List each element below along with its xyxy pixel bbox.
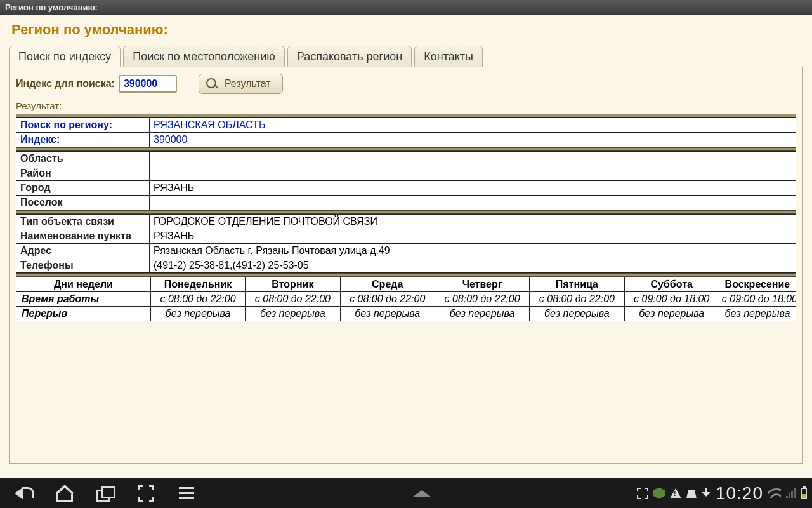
menu-icon xyxy=(179,487,194,499)
expand-icon xyxy=(138,485,154,502)
break-value: без перерыва xyxy=(340,307,435,321)
poselok-value xyxy=(150,196,796,210)
fullscreen-icon xyxy=(637,488,648,499)
work-hours-value: с 08:00 до 22:00 xyxy=(150,292,245,307)
expand-panel-button[interactable] xyxy=(413,488,431,499)
day-col: Четверг xyxy=(435,277,529,292)
day-col: Суббота xyxy=(624,277,719,292)
table-row: Дни недели Понедельник Вторник Среда Чет… xyxy=(16,277,796,292)
work-hours-value: с 08:00 до 22:00 xyxy=(340,292,435,307)
window-title: Регион по умолчанию: xyxy=(5,3,98,12)
nav-left xyxy=(0,478,207,509)
result-button-label: Результат xyxy=(225,78,271,90)
schedule-table: Дни недели Понедельник Вторник Среда Чет… xyxy=(16,277,796,321)
raion-value xyxy=(150,166,796,181)
table-row: Адрес Рязанская Область г. Рязань Почтов… xyxy=(16,244,796,258)
index-value: 390000 xyxy=(150,133,796,147)
break-value: без перерыва xyxy=(719,307,796,321)
search-label: Индекс для поиска: xyxy=(16,78,115,90)
clock: 10:20 xyxy=(716,483,763,504)
work-hours-value: с 09:00 до 18:00 xyxy=(624,292,719,307)
warning-icon xyxy=(670,488,681,498)
tab-body: Индекс для поиска: Результат Результат: … xyxy=(9,67,803,464)
tab-contacts[interactable]: Контакты xyxy=(414,46,483,67)
tabs: Поиск по индексу Поиск по местоположению… xyxy=(9,46,803,67)
work-hours-label: Время работы xyxy=(16,292,151,307)
battery-icon xyxy=(801,488,807,499)
region-label: Поиск по региону: xyxy=(16,118,150,133)
screenshot-button[interactable] xyxy=(126,478,166,509)
day-col: Воскресение xyxy=(719,277,796,292)
type-value: ГОРОДСКОЕ ОТДЕЛЕНИЕ ПОЧТОВОЙ СВЯЗИ xyxy=(150,215,796,229)
day-col: Пятница xyxy=(530,277,624,292)
raion-label: Район xyxy=(16,166,150,181)
table-row: Район xyxy=(16,166,796,181)
window-titlebar: Регион по умолчанию: xyxy=(0,0,812,15)
result-button[interactable]: Результат xyxy=(199,74,283,94)
download-icon xyxy=(702,488,710,498)
signal-icon xyxy=(786,488,796,498)
table-row: Перерыв без перерыва без перерыва без пе… xyxy=(16,307,796,321)
type-label: Тип объекта связи xyxy=(16,215,150,229)
recent-apps-button[interactable] xyxy=(85,478,126,509)
table-row: Область xyxy=(16,152,796,166)
search-row: Индекс для поиска: Результат xyxy=(16,74,796,94)
home-button[interactable] xyxy=(44,478,85,509)
addr-label: Адрес xyxy=(16,244,150,258)
day-col: Вторник xyxy=(246,277,340,292)
status-area[interactable]: 10:20 xyxy=(637,483,812,504)
content-area: Регион по умолчанию: Поиск по индексу По… xyxy=(0,15,812,478)
break-value: без перерыва xyxy=(530,307,624,321)
page-title: Регион по умолчанию: xyxy=(9,15,803,46)
break-value: без перерыва xyxy=(150,307,245,321)
region-value: РЯЗАНСКАЯ ОБЛАСТЬ xyxy=(150,118,796,133)
poselok-label: Поселок xyxy=(16,196,150,210)
name-label: Наименование пункта xyxy=(16,229,150,244)
table-row: Время работы с 08:00 до 22:00 с 08:00 до… xyxy=(16,292,796,307)
break-value: без перерыва xyxy=(624,307,719,321)
oblast-label: Область xyxy=(16,152,150,166)
break-label: Перерыв xyxy=(16,307,151,321)
search-icon xyxy=(206,77,218,90)
name-value: РЯЗАНЬ xyxy=(150,229,796,244)
work-hours-value: с 08:00 до 22:00 xyxy=(435,292,529,307)
region-summary-table: Поиск по региону: РЯЗАНСКАЯ ОБЛАСТЬ Инде… xyxy=(16,117,796,147)
addr-value: Рязанская Область г. Рязань Почтовая ули… xyxy=(150,244,796,258)
tab-search-by-location[interactable]: Поиск по местоположению xyxy=(123,46,285,67)
nav-center xyxy=(207,488,637,499)
back-button[interactable] xyxy=(4,478,44,509)
work-hours-value: с 09:00 до 18:00 xyxy=(719,292,796,307)
menu-button[interactable] xyxy=(166,478,207,509)
recent-icon xyxy=(96,486,114,501)
tel-value: (491-2) 25-38-81,(491-2) 25-53-05 xyxy=(150,258,796,273)
chevron-up-icon xyxy=(413,490,431,497)
table-row: Город РЯЗАНЬ xyxy=(16,181,796,196)
wifi-icon xyxy=(768,488,781,498)
table-row: Поиск по региону: РЯЗАНСКАЯ ОБЛАСТЬ xyxy=(16,118,796,133)
gorod-label: Город xyxy=(16,181,150,196)
office-table: Тип объекта связи ГОРОДСКОЕ ОТДЕЛЕНИЕ ПО… xyxy=(16,214,796,273)
tab-search-by-index[interactable]: Поиск по индексу xyxy=(9,46,121,67)
day-col: Среда xyxy=(340,277,435,292)
result-label: Результат: xyxy=(16,100,796,111)
system-navbar: 10:20 xyxy=(0,478,812,508)
index-input[interactable] xyxy=(119,75,177,93)
gorod-value: РЯЗАНЬ xyxy=(150,181,796,196)
tab-unpack-region[interactable]: Распаковать регион xyxy=(287,46,412,67)
work-hours-value: с 08:00 до 22:00 xyxy=(530,292,624,307)
work-hours-value: с 08:00 до 22:00 xyxy=(246,292,340,307)
table-row: Наименование пункта РЯЗАНЬ xyxy=(16,229,796,244)
location-table: Область Район Город РЯЗАНЬ Поселок xyxy=(16,151,796,210)
table-row: Тип объекта связи ГОРОДСКОЕ ОТДЕЛЕНИЕ ПО… xyxy=(16,215,796,229)
day-col: Понедельник xyxy=(150,277,245,292)
days-header: Дни недели xyxy=(16,277,151,292)
home-icon xyxy=(56,486,73,501)
tel-label: Телефоны xyxy=(16,258,150,273)
table-row: Индекс: 390000 xyxy=(16,133,796,147)
break-value: без перерыва xyxy=(246,307,340,321)
table-row: Телефоны (491-2) 25-38-81,(491-2) 25-53-… xyxy=(16,258,796,273)
store-icon xyxy=(686,488,697,498)
index-label: Индекс: xyxy=(16,133,150,147)
break-value: без перерыва xyxy=(435,307,529,321)
oblast-value xyxy=(150,152,796,166)
